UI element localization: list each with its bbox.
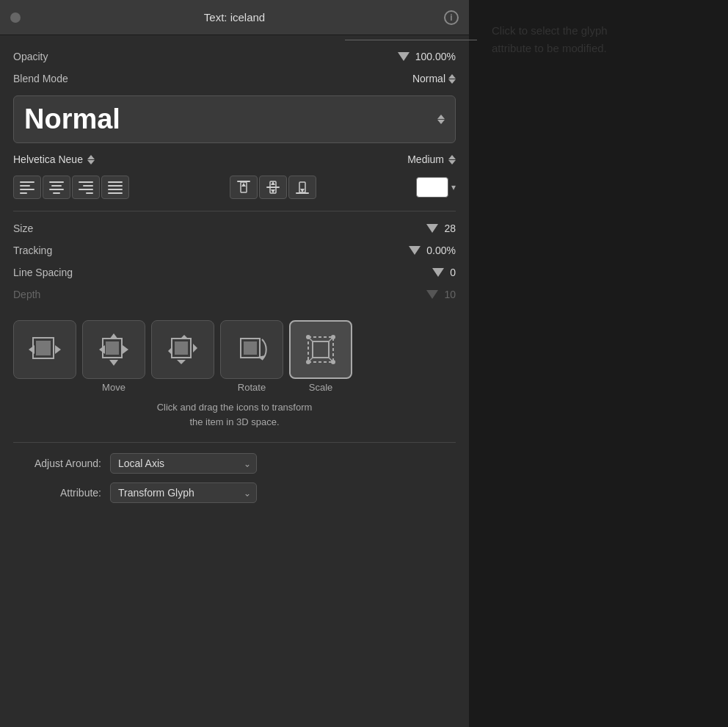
blend-mode-stepper[interactable] xyxy=(448,74,456,84)
text-panel: Text: iceland i Opacity 100.00% Blend Mo… xyxy=(0,0,470,727)
divider-1 xyxy=(13,211,456,211)
attribute-select[interactable]: Transform Glyph Position Rotation xyxy=(110,482,257,503)
svg-rect-2 xyxy=(20,189,34,190)
vertical-align-group xyxy=(230,176,316,199)
stepper-up-icon[interactable] xyxy=(448,74,456,79)
size-value: 28 xyxy=(444,223,456,234)
valign-middle-button[interactable] xyxy=(259,176,287,199)
divider-2 xyxy=(13,442,456,443)
valign-top-button[interactable] xyxy=(230,176,258,199)
align-right-button[interactable] xyxy=(72,176,100,199)
svg-rect-10 xyxy=(79,189,93,190)
callout-line xyxy=(345,40,477,40)
svg-point-54 xyxy=(331,360,335,364)
depth-label: Depth xyxy=(13,289,40,300)
transform-move2-button[interactable] xyxy=(151,320,214,379)
svg-marker-29 xyxy=(29,345,34,354)
depth-value: 10 xyxy=(444,289,456,300)
svg-point-53 xyxy=(306,360,310,364)
opacity-row: Opacity 100.00% xyxy=(13,46,456,68)
svg-rect-7 xyxy=(53,192,60,194)
tracking-slider-area: 0.00% xyxy=(409,245,456,256)
info-button[interactable]: i xyxy=(444,10,459,25)
svg-marker-35 xyxy=(109,360,118,366)
attribute-select-wrapper: Transform Glyph Position Rotation xyxy=(110,482,257,503)
blend-mode-selector[interactable]: Normal xyxy=(412,73,456,84)
svg-rect-43 xyxy=(244,341,257,355)
blend-mode-label: Blend Mode xyxy=(13,73,68,84)
size-slider-area: 28 xyxy=(426,223,456,234)
svg-rect-3 xyxy=(20,192,27,194)
font-style-box[interactable]: Normal xyxy=(13,95,456,143)
font-family-stepper[interactable] xyxy=(87,155,95,164)
svg-rect-14 xyxy=(108,189,123,190)
svg-marker-40 xyxy=(180,335,189,339)
font-weight-stepper[interactable] xyxy=(448,155,456,164)
adjust-around-select[interactable]: Local Axis World Axis xyxy=(110,453,257,474)
svg-marker-34 xyxy=(109,333,118,339)
transform-instruction: Click and drag the icons to transformthe… xyxy=(13,400,456,429)
font-weight-name: Medium xyxy=(407,153,444,165)
transform-label-rotate: Rotate xyxy=(220,382,283,393)
line-spacing-row: Line Spacing 0 xyxy=(13,261,456,283)
transform-icons-row xyxy=(13,320,456,379)
depth-row: Depth 10 xyxy=(13,283,456,305)
size-row: Size 28 xyxy=(13,217,456,239)
font-weight-selector[interactable]: Medium xyxy=(407,153,456,165)
svg-rect-8 xyxy=(79,181,93,183)
font-style-text: Normal xyxy=(24,104,120,135)
transform-local-move-button[interactable] xyxy=(13,320,76,379)
transform-label-scale: Scale xyxy=(289,382,352,393)
transform-rotate-button[interactable] xyxy=(220,320,283,379)
svg-rect-9 xyxy=(83,185,93,187)
traffic-light-button[interactable] xyxy=(10,12,21,23)
opacity-value: 100.00% xyxy=(415,51,456,62)
color-swatch[interactable] xyxy=(416,177,448,198)
line-spacing-label: Line Spacing xyxy=(13,267,73,278)
tracking-label: Tracking xyxy=(13,245,52,256)
svg-rect-4 xyxy=(49,181,64,183)
opacity-label: Opacity xyxy=(13,51,48,62)
font-family-stepper-down[interactable] xyxy=(87,160,95,164)
size-slider-thumb[interactable] xyxy=(426,224,438,233)
transform-move-button[interactable] xyxy=(82,320,145,379)
transform-scale-button[interactable] xyxy=(289,320,352,379)
font-weight-stepper-up[interactable] xyxy=(448,155,456,159)
svg-rect-12 xyxy=(108,181,123,183)
color-dropdown-arrow[interactable]: ▾ xyxy=(451,182,456,192)
tracking-value: 0.00% xyxy=(426,245,456,256)
transform-label-move: Move xyxy=(82,382,145,393)
attribute-label: Attribute: xyxy=(13,487,101,499)
tracking-slider-thumb[interactable] xyxy=(409,246,421,255)
svg-rect-11 xyxy=(86,192,93,194)
adjust-around-label: Adjust Around: xyxy=(13,457,101,469)
font-family-name: Helvetica Neue xyxy=(13,153,83,165)
callout-container: Click to select the glyphattribute to be… xyxy=(492,22,706,57)
svg-rect-6 xyxy=(49,189,64,190)
svg-rect-27 xyxy=(36,341,51,355)
attribute-row: Attribute: Transform Glyph Position Rota… xyxy=(13,482,456,503)
align-center-button[interactable] xyxy=(43,176,70,199)
tracking-row: Tracking 0.00% xyxy=(13,239,456,261)
line-spacing-value: 0 xyxy=(450,267,456,278)
align-left-button[interactable] xyxy=(13,176,41,199)
text-align-group xyxy=(13,176,129,199)
font-style-stepper-up[interactable] xyxy=(437,115,445,119)
svg-marker-39 xyxy=(168,347,172,355)
opacity-slider-area: 100.00% xyxy=(398,51,456,62)
adjust-around-row: Adjust Around: Local Axis World Axis xyxy=(13,453,456,474)
line-spacing-slider-thumb[interactable] xyxy=(432,268,444,277)
font-family-stepper-up[interactable] xyxy=(87,155,95,159)
stepper-down-icon[interactable] xyxy=(448,79,456,84)
depth-slider-thumb[interactable] xyxy=(426,290,438,299)
callout-area: Click to select the glyphattribute to be… xyxy=(470,0,728,94)
align-justify-button[interactable] xyxy=(101,176,129,199)
font-family-selector[interactable]: Helvetica Neue xyxy=(13,153,95,165)
opacity-slider-thumb[interactable] xyxy=(398,52,410,61)
font-style-stepper[interactable] xyxy=(437,115,445,124)
callout-text: Click to select the glyphattribute to be… xyxy=(492,22,706,57)
font-style-stepper-down[interactable] xyxy=(437,120,445,124)
valign-bottom-button[interactable] xyxy=(288,176,316,199)
line-spacing-slider-area: 0 xyxy=(432,267,456,278)
font-weight-stepper-down[interactable] xyxy=(448,160,456,164)
